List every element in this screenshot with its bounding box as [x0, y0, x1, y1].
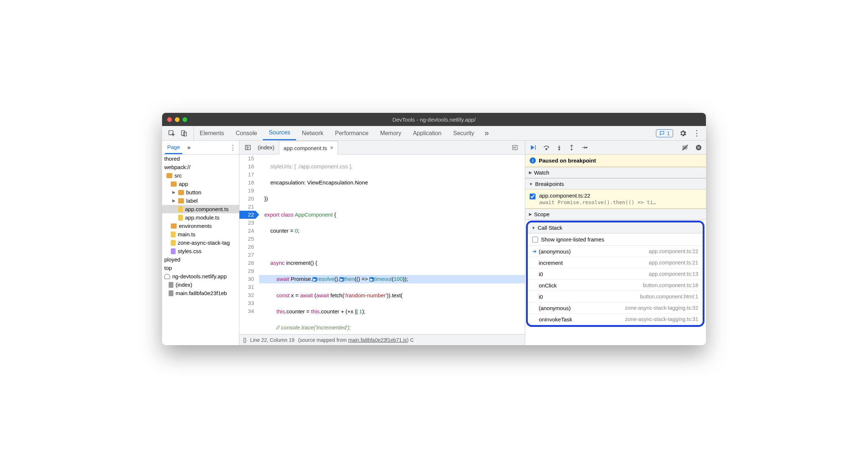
code-editor[interactable]: 15 16 17 18 19 20 21 22 23 24 25 26 27 2… — [239, 154, 525, 334]
settings-icon[interactable] — [679, 129, 687, 137]
tree-zone-async[interactable]: zone-async-stack-tag — [162, 238, 239, 247]
tree-app-component[interactable]: app.component.ts — [162, 205, 239, 213]
file-icon — [178, 206, 183, 212]
tab-elements[interactable]: Elements — [194, 126, 230, 140]
section-callstack[interactable]: ▼Call Stack — [528, 222, 703, 233]
debugger-pane: i Paused on breakpoint ▶Watch ▼Breakpoin… — [525, 141, 706, 345]
editor-tab-app-component[interactable]: app.component.ts× — [279, 141, 338, 154]
step-into-icon[interactable] — [556, 144, 562, 151]
breakpoint-entry[interactable]: app.component.ts:22 await Promise.resolv… — [525, 190, 706, 209]
minimize-icon[interactable] — [175, 117, 180, 122]
tabs-overflow-icon[interactable]: » — [480, 129, 493, 138]
frame-location: zone-async-stack-tagging.ts:31 — [625, 316, 698, 322]
tree-deployed[interactable]: ployed — [162, 255, 239, 264]
titlebar: DevTools - ng-devtools.netlify.app/ — [162, 113, 706, 126]
tree-environments[interactable]: environments — [162, 222, 239, 230]
frame-name: onInvokeTask — [539, 316, 572, 322]
tree-authored[interactable]: thored — [162, 154, 239, 163]
tab-console[interactable]: Console — [230, 126, 263, 140]
step-marker-icon: ▶ — [369, 277, 374, 282]
show-ignore-listed[interactable]: Show ignore-listed frames — [528, 233, 703, 246]
svg-rect-18 — [699, 146, 700, 149]
step-icon[interactable] — [581, 144, 588, 151]
close-icon[interactable] — [167, 117, 172, 122]
callstack-frame[interactable]: i0button.component.html:1 — [528, 291, 703, 302]
frame-location: button.component.html:1 — [640, 294, 698, 299]
callstack-frame[interactable]: onInvokeTaskzone-async-stack-tagging.ts:… — [528, 314, 703, 325]
sourcemap-link[interactable]: main.fa8bfa0e23f1eb71.js — [348, 337, 407, 343]
tab-application[interactable]: Application — [407, 126, 447, 140]
breakpoint-checkbox[interactable] — [530, 194, 535, 199]
device-toggle-icon[interactable] — [180, 130, 188, 137]
tab-network[interactable]: Network — [296, 126, 329, 140]
nav-tabs-overflow-icon[interactable]: » — [185, 144, 193, 151]
caret-icon: ▶ — [172, 198, 176, 203]
tab-security[interactable]: Security — [447, 126, 480, 140]
toggle-debug-pane-icon[interactable] — [508, 144, 522, 151]
close-tab-icon[interactable]: × — [330, 145, 333, 151]
tree-netlify[interactable]: ng-devtools.netlify.app — [162, 272, 239, 280]
frame-location: app.component.ts:21 — [649, 260, 698, 266]
tab-memory[interactable]: Memory — [374, 126, 407, 140]
breakpoint-marker[interactable]: 22 — [239, 211, 256, 219]
tree-app[interactable]: app — [162, 180, 239, 188]
frame-name: (anonymous) — [539, 305, 571, 311]
nav-kebab-icon[interactable]: ⋮ — [230, 144, 236, 152]
tree-button[interactable]: ▶button — [162, 188, 239, 196]
debug-toolbar — [525, 141, 706, 154]
deactivate-breakpoints-icon[interactable] — [681, 144, 689, 152]
ignore-listed-checkbox[interactable] — [532, 237, 538, 243]
toggle-nav-pane-icon[interactable] — [242, 144, 253, 151]
pause-on-exceptions-icon[interactable] — [695, 144, 702, 151]
callstack-frame[interactable]: onClickbutton.component.ts:18 — [528, 280, 703, 291]
step-over-icon[interactable] — [543, 144, 550, 151]
braces-icon[interactable]: {} — [243, 337, 246, 343]
frame-name: onClick — [539, 282, 557, 289]
tree-main-ts[interactable]: main.ts — [162, 230, 239, 238]
section-watch[interactable]: ▶Watch — [525, 167, 706, 178]
callstack-frame[interactable]: i0app.component.ts:13 — [528, 268, 703, 280]
section-scope[interactable]: ▶Scope — [525, 209, 706, 220]
frame-location: zone-async-stack-tagging.ts:32 — [625, 305, 698, 311]
paused-line: await Promise.▶resolve().▶then(() => ▶ti… — [259, 275, 525, 283]
editor-tab-index[interactable]: (index) — [253, 141, 279, 154]
inspect-element-icon[interactable] — [168, 130, 175, 137]
folder-icon — [178, 190, 184, 195]
nav-tab-page[interactable]: Page — [165, 141, 182, 154]
file-icon — [171, 232, 176, 237]
caret-icon: ▶ — [172, 190, 176, 195]
tree-label[interactable]: ▶label — [162, 196, 239, 205]
tree-index[interactable]: (index) — [162, 280, 239, 289]
issues-badge[interactable]: 1 — [656, 129, 673, 137]
svg-point-8 — [546, 148, 547, 149]
tab-sources[interactable]: Sources — [263, 126, 296, 140]
file-icon — [169, 290, 173, 296]
step-marker-icon: ▶ — [312, 277, 317, 282]
tab-performance[interactable]: Performance — [329, 126, 375, 140]
callstack-frame[interactable]: (anonymous)zone-async-stack-tagging.ts:3… — [528, 302, 703, 314]
callstack-frame[interactable]: incrementapp.component.ts:21 — [528, 257, 703, 268]
resume-icon[interactable] — [529, 144, 537, 152]
section-breakpoints[interactable]: ▼Breakpoints — [525, 178, 706, 190]
tree-styles[interactable]: styles.css — [162, 247, 239, 255]
frame-name: i0 — [539, 271, 543, 277]
svg-point-10 — [559, 149, 560, 150]
line-gutter[interactable]: 15 16 17 18 19 20 21 22 23 24 25 26 27 2… — [239, 154, 259, 334]
tree-top[interactable]: top — [162, 264, 239, 272]
callstack-frame[interactable]: ➔(anonymous)app.component.ts:22 — [528, 246, 703, 257]
tree-webpack[interactable]: webpack:// — [162, 163, 239, 171]
editor-statusbar: {} Line 22, Column 19 (source mapped fro… — [239, 334, 525, 345]
step-out-icon[interactable] — [568, 144, 575, 151]
frame-location: app.component.ts:22 — [649, 248, 698, 254]
file-icon — [169, 282, 173, 288]
file-icon — [171, 240, 176, 246]
navigator-pane: Page » ⋮ thored webpack:// src app ▶butt… — [162, 141, 239, 345]
maximize-icon[interactable] — [183, 117, 187, 122]
folder-icon — [171, 182, 177, 187]
tree-main-hash[interactable]: main.fa8bfa0e23f1eb — [162, 289, 239, 297]
window-title: DevTools - ng-devtools.netlify.app/ — [162, 117, 706, 123]
tree-src[interactable]: src — [162, 171, 239, 180]
tree-app-module[interactable]: app.module.ts — [162, 213, 239, 222]
kebab-menu-icon[interactable]: ⋮ — [693, 129, 701, 138]
file-tree: thored webpack:// src app ▶button ▶label… — [162, 154, 239, 345]
